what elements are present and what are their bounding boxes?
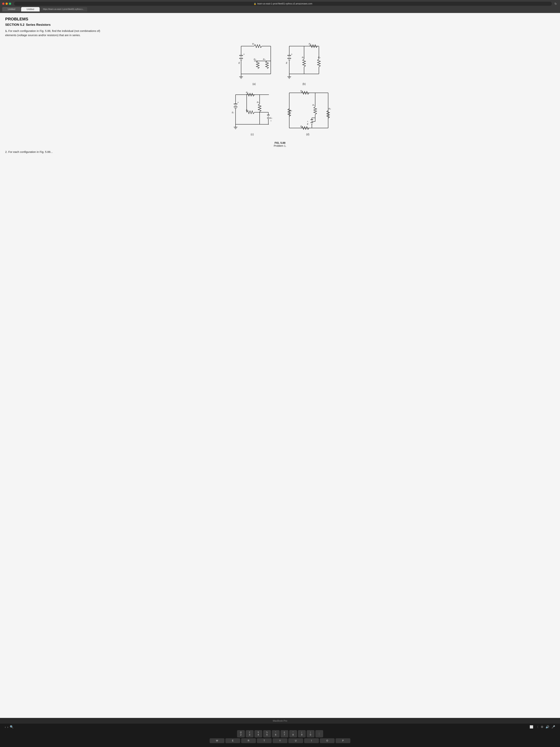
keyboard-number-row: @ 2 # 3 $ 4 % 5 ^ 6 & 7 * 8 ( 9	[3, 730, 557, 737]
svg-text:R₂: R₂	[257, 101, 259, 103]
settings-icon[interactable]: ⚙	[541, 725, 543, 729]
svg-text:R₂: R₂	[254, 58, 256, 60]
screen-icon[interactable]: ⬜	[530, 725, 533, 729]
tab-url[interactable]: https://learn-us-east-1-prod-fleet01-xyt…	[40, 7, 87, 11]
svg-text:E: E	[307, 123, 309, 125]
browser-toolbar: 🔒 learn-us-east-1-prod-fleet01-xythos.s3…	[2, 1, 558, 6]
key-O[interactable]: O	[320, 738, 335, 743]
minimize-button[interactable]	[5, 3, 8, 5]
key-7[interactable]: & 7	[281, 730, 288, 737]
key-2[interactable]: @ 2	[237, 730, 245, 737]
circuit-a: + E R₁ R₂ R₃	[234, 41, 274, 85]
key-5[interactable]: % 5	[263, 730, 271, 737]
back-arrow[interactable]: ‹	[5, 725, 6, 729]
key-0[interactable]: ) 0	[307, 730, 315, 737]
problem2-text: 2. For each configuration in Fig. 5.88..…	[5, 150, 555, 153]
key-P[interactable]: P	[336, 738, 350, 743]
keyboard-letter-row: W E R T Y U I O P	[3, 738, 557, 743]
key-R[interactable]: R	[241, 738, 256, 743]
circuit-c-label: (c)	[251, 133, 254, 136]
svg-text:+: +	[291, 53, 292, 56]
section-number: SECTION 5.2	[5, 23, 24, 27]
address-bar[interactable]: 🔒 learn-us-east-1-prod-fleet01-xythos.s3…	[14, 2, 552, 6]
problem1-number: 1.	[5, 29, 7, 32]
circuit-c: + E₁ R₁ R₂ R₃	[228, 89, 276, 136]
volume-icon[interactable]: 🔊	[545, 725, 549, 729]
svg-text:+: +	[307, 120, 308, 123]
fig-caption-sub: Problem 1.	[5, 144, 555, 147]
forward-arrow[interactable]: ›	[7, 725, 8, 729]
close-button[interactable]	[2, 3, 4, 5]
circuit-c-svg: + E₁ R₁ R₂ R₃	[228, 89, 276, 132]
key-4[interactable]: $ 4	[255, 730, 262, 737]
circuit-b-label: (b)	[302, 82, 305, 85]
tab-untitled-2[interactable]: Untitled	[21, 7, 39, 11]
circuits-row-2: + E₁ R₁ R₂ R₃	[5, 89, 555, 136]
lock-icon: 🔒	[254, 3, 256, 5]
svg-text:R₂: R₂	[328, 108, 331, 110]
key-U[interactable]: U	[288, 738, 303, 743]
nav-arrows: ‹ › 🔍	[3, 725, 14, 729]
problem1-text: 1. For each configuration in Fig. 5.88, …	[5, 29, 109, 37]
svg-text:R₃: R₃	[263, 58, 265, 60]
circuit-d-svg: R₃ R₄ R₅ R₁ R₂	[284, 89, 332, 132]
fig-caption-num: FIG. 5.88	[5, 141, 555, 144]
key-3[interactable]: # 3	[246, 730, 254, 737]
maximize-button[interactable]	[9, 3, 11, 5]
key-minus[interactable]: _ -	[315, 730, 323, 737]
svg-text:R₁: R₁	[313, 104, 315, 106]
back-icon[interactable]: 〈	[536, 725, 538, 729]
svg-text:R₁: R₁	[252, 43, 255, 45]
macbook-label: MacBook Pro	[0, 718, 560, 724]
key-Y[interactable]: Y	[273, 738, 287, 743]
svg-text:R₃: R₃	[318, 56, 320, 58]
svg-text:E₂: E₂	[270, 117, 272, 119]
circuits-row-1: + E R₁ R₂ R₃	[5, 41, 555, 85]
tab-untitled-1[interactable]: Untitled	[2, 7, 21, 11]
circuit-b: + E R₁ R₂ R₃	[282, 41, 326, 85]
problems-heading: PROBLEMS	[5, 17, 555, 22]
section-name: Series Resistors	[26, 23, 51, 27]
svg-text:E: E	[286, 62, 288, 64]
svg-text:+: +	[270, 120, 271, 122]
key-W[interactable]: W	[210, 738, 224, 743]
search-icon[interactable]: 🔍	[10, 725, 14, 729]
key-E[interactable]: E	[225, 738, 240, 743]
key-9[interactable]: ( 9	[298, 730, 306, 737]
circuits-container: + E R₁ R₂ R₃	[5, 41, 555, 147]
url-text: learn-us-east-1-prod-fleet01-xythos.s3.a…	[258, 2, 313, 5]
key-8[interactable]: * 8	[289, 730, 297, 737]
circuit-d: R₃ R₄ R₅ R₁ R₂	[284, 89, 332, 136]
svg-text:+: +	[237, 101, 239, 104]
circuit-b-svg: + E R₁ R₂ R₃	[282, 41, 326, 81]
browser-chrome: 🔒 learn-us-east-1-prod-fleet01-xythos.s3…	[0, 0, 560, 13]
section-title: SECTION 5.2 Series Resistors	[5, 23, 555, 27]
circuit-a-label: (a)	[252, 82, 256, 85]
circuit-a-svg: + E R₁ R₂ R₃	[234, 41, 274, 81]
circuit-d-label: (d)	[306, 133, 309, 136]
keyboard: ‹ › 🔍 ⬜ 〈 ⚙ 🔊 🎤 @ 2 # 3 $ 4 % 5 ^ 6	[0, 724, 560, 747]
key-T[interactable]: T	[257, 738, 272, 743]
tabs-bar: Untitled Untitled https://learn-us-east-…	[2, 7, 558, 11]
fig-caption: FIG. 5.88 Problem 1.	[5, 141, 555, 147]
svg-text:E₁: E₁	[232, 111, 234, 113]
siri-icon[interactable]: 🎤	[552, 725, 555, 729]
key-I[interactable]: I	[304, 738, 319, 743]
refresh-button[interactable]: ↻	[553, 1, 558, 6]
svg-text:+: +	[243, 53, 245, 56]
svg-text:E: E	[239, 62, 240, 64]
system-icons-row: ‹ › 🔍 ⬜ 〈 ⚙ 🔊 🎤	[3, 725, 557, 729]
key-6[interactable]: ^ 6	[272, 730, 279, 737]
page-content: PROBLEMS SECTION 5.2 Series Resistors 1.…	[0, 13, 560, 718]
